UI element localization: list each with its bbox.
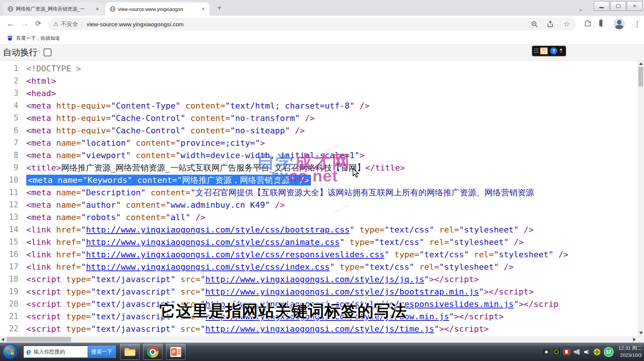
source-link[interactable]: http://www.yingxiaogongsi.com/style/css/… (86, 250, 385, 259)
source-segment: "text/javascript" (91, 287, 175, 296)
extensions-puzzle-icon[interactable] (584, 20, 592, 27)
source-segment: " (479, 287, 484, 296)
source-segment: <link (26, 250, 56, 259)
browser-toolbar: ← → ⟳ ⚠ 不安全 view-source:www.yingxiaogong… (0, 16, 644, 32)
search-placeholder[interactable]: 输入你想搜的 (33, 349, 87, 355)
source-segment: <meta (26, 126, 56, 135)
source-link[interactable]: http://www.yingxiaogongsi.com/style/css/… (86, 262, 330, 272)
source-segment: </title> (365, 163, 405, 172)
notification-badge[interactable]: 52 (604, 347, 614, 357)
vertical-scroll-thumb[interactable] (638, 67, 643, 86)
powerpoint-taskbar-button[interactable]: P (166, 344, 186, 360)
360-safety-icon[interactable] (594, 349, 600, 355)
source-segment: <script (26, 299, 66, 309)
line-number: 4 (0, 100, 24, 112)
help-icon[interactable]: ? (550, 47, 557, 54)
source-segment: name= (56, 200, 81, 210)
source-segment: href= (56, 237, 81, 247)
source-line: 5<meta http-equiv="Cache-Control" conten… (0, 112, 638, 124)
scroll-right-arrow[interactable] (633, 338, 636, 341)
source-segment: ></script> (429, 275, 479, 284)
scroll-down-arrow[interactable] (639, 332, 643, 334)
start-button[interactable] (3, 344, 18, 359)
profile-avatar[interactable] (614, 18, 625, 29)
url-text[interactable]: view-source:www.yingxiaogongsi.com (86, 21, 184, 27)
line-number: 7 (0, 137, 24, 149)
address-bar[interactable]: ⚠ 不安全 view-source:www.yingxiaogongsi.com… (48, 18, 576, 30)
restore-button[interactable] (610, 1, 626, 11)
source-segment: href= (56, 250, 81, 259)
menu-kebab-icon[interactable]: ⋮ (634, 20, 641, 28)
nvidia-tray-icon[interactable] (553, 349, 560, 355)
scroll-up-arrow[interactable] (639, 62, 643, 65)
search-button[interactable]: 搜索一下 (87, 346, 116, 358)
source-segment: content= (146, 188, 190, 197)
source-segment: /> (499, 262, 514, 272)
source-segment: ></scrip (519, 299, 558, 309)
source-segment: http-equiv= (56, 113, 111, 123)
globe-favicon (8, 6, 14, 12)
reload-button[interactable]: ⟳ (35, 19, 41, 28)
source-line: 10<meta name="Keywords" content="网络推广资源，… (0, 174, 638, 186)
source-link[interactable]: http://www.yingxiaogongsi.com/style/css/… (86, 237, 340, 247)
ie-icon: e (26, 347, 31, 357)
side-panel-icon[interactable] (601, 20, 602, 27)
source-link[interactable]: http://www.yingxiaogongsi.com/style/js/t… (205, 324, 434, 334)
chrome-taskbar-button[interactable] (143, 344, 163, 360)
source-segment: <script (26, 324, 66, 334)
source-link[interactable]: http://www.yingxiaogongsi.com/style/css/… (86, 225, 350, 234)
zoom-icon[interactable] (531, 21, 539, 28)
close-tab-icon[interactable]: ✕ (200, 6, 207, 12)
source-segment: /> (354, 101, 370, 110)
video-caption: 它这里是指网站关键词标签的写法 (159, 300, 407, 322)
new-tab-button[interactable]: + (214, 3, 225, 13)
forward-button[interactable]: → (21, 19, 29, 28)
vertical-scrollbar[interactable] (638, 60, 644, 336)
source-line-text: <html> (24, 75, 56, 87)
scroll-left-arrow[interactable] (2, 338, 4, 341)
source-link[interactable]: http://www.yingxiaogongsi.com/style/js/b… (205, 287, 479, 296)
security-tray-icon[interactable] (563, 349, 570, 355)
source-segment: "stylesheet" (494, 250, 554, 259)
source-line: 8<meta name="viewport" content="width=de… (0, 149, 638, 162)
tab-title: 网络推广资源_网络营销资源_一 (16, 6, 92, 12)
source-line-text: <meta name="Description" content="文召召官网提… (24, 186, 534, 199)
source-segment: "text/css" (419, 250, 469, 259)
wan-tool-icon[interactable]: 万 (540, 47, 548, 54)
not-secure-warning-icon: ⚠ (53, 21, 58, 27)
not-secure-label[interactable]: 不安全 (61, 21, 78, 28)
close-tab-icon[interactable]: ✕ (94, 6, 101, 12)
camera-tray-icon[interactable] (543, 349, 550, 355)
back-button[interactable]: ← (7, 19, 15, 28)
volume-icon[interactable]: ) (584, 349, 590, 355)
minimize-button[interactable] (594, 1, 609, 11)
source-segment: "location" (81, 138, 131, 148)
line-wrap-checkbox[interactable] (44, 48, 51, 56)
source-segment: type= (66, 287, 91, 296)
source-segment: "网络推广资源，网络营销资源" (177, 175, 294, 185)
explorer-taskbar-button[interactable] (120, 344, 140, 360)
horizontal-scroll-thumb[interactable] (6, 337, 71, 342)
share-icon[interactable] (547, 21, 555, 28)
source-segment: ></script> (484, 287, 534, 296)
tab-view-source[interactable]: view-source:www.yingxiaogon ✕ (105, 2, 210, 16)
widget-arrows[interactable] (560, 48, 563, 53)
line-number: 15 (0, 236, 24, 248)
horizontal-scrollbar[interactable] (0, 336, 644, 343)
source-segment: type= (66, 299, 91, 309)
source-link[interactable]: http://www.yingxiaogongsi.com/style/js/j… (205, 275, 424, 284)
recorder-widget[interactable]: 万 ? (532, 46, 566, 56)
taskbar-clock[interactable]: 12:31 周二 2023/10/3 (618, 345, 642, 359)
source-segment: rel= (414, 262, 439, 272)
close-window-button[interactable]: ✕ (627, 1, 642, 11)
source-segment: content= (121, 213, 166, 222)
taskbar-search-box[interactable]: e 输入你想搜的 搜索一下 (23, 346, 116, 358)
bookmark-star-icon[interactable]: ☆ (563, 20, 571, 29)
source-segment: " (81, 262, 86, 272)
source-segment: <html> (26, 76, 56, 86)
network-signal-icon[interactable] (573, 349, 580, 355)
tab-search-chevron-icon[interactable]: ⌄ (576, 5, 585, 13)
bookmark-baidu[interactable]: 百度一下，你就知道 (16, 35, 60, 42)
source-line-text: <meta http-equiv="Cache-Control" content… (24, 112, 315, 124)
tab-website[interactable]: 网络推广资源_网络营销资源_一 ✕ (3, 2, 104, 16)
